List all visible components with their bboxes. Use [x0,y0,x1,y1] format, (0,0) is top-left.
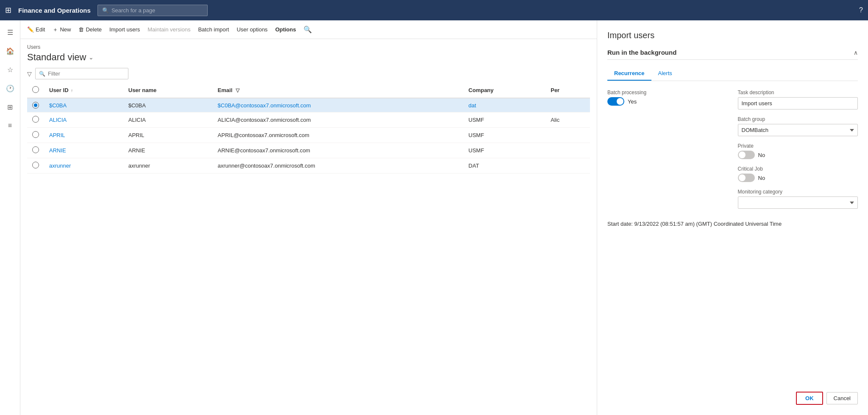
company-cell: USMF [463,128,545,143]
search-bar[interactable]: 🔍 Search for a page [97,5,208,16]
private-toggle[interactable] [738,151,755,159]
row-radio[interactable] [32,116,39,123]
row-radio[interactable] [32,131,39,138]
sidebar-list-icon[interactable]: ≡ [2,117,19,134]
sidebar-home-icon[interactable]: 🏠 [2,42,19,59]
critical-job-field: Critical Job No [738,166,858,182]
filter-input-container[interactable]: 🔍 [35,68,128,79]
email-cell: APRIL@contosoax7.onmicrosoft.com [213,128,464,143]
username-cell: $C0BA [123,98,213,112]
userid-cell[interactable]: ALICIA [44,112,123,128]
monitoring-category-label: Monitoring category [738,189,858,195]
userid-column-header[interactable]: User ID ↑ [44,83,123,98]
select-all-column[interactable] [27,83,44,98]
panel-footer: OK Cancel [796,392,858,405]
monitoring-category-select[interactable] [738,196,858,209]
page-content: Users Standard view ⌄ ▽ 🔍 [20,39,597,415]
userid-link[interactable]: APRIL [49,132,65,138]
batch-group-select[interactable]: DOMBatch [738,124,858,136]
sidebar-modules-icon[interactable]: ⊞ [2,98,19,115]
new-button[interactable]: ＋ New [49,23,74,36]
company-cell: DAT [463,158,545,174]
page-title: Standard view ⌄ [27,52,590,63]
batch-processing-label: Batch processing [607,90,728,95]
batch-import-button[interactable]: Batch import [195,24,232,35]
row-select-cell[interactable] [27,158,44,174]
batch-processing-toggle[interactable] [607,97,624,106]
table-row[interactable]: ARNIE ARNIE ARNIE@contosoax7.onmicrosoft… [27,143,590,158]
userid-cell[interactable]: $C0BA [44,98,123,112]
help-icon[interactable]: ? [859,6,863,14]
userid-cell[interactable]: axrunner [44,158,123,174]
toolbar-search-icon[interactable]: 🔍 [303,25,312,34]
username-cell: APRIL [123,128,213,143]
username-cell: ARNIE [123,143,213,158]
sidebar-menu-icon[interactable]: ☰ [2,24,19,41]
table-row[interactable]: axrunner axrunner axrunner@contosoax7.on… [27,158,590,174]
task-description-input[interactable] [738,97,858,109]
user-options-button[interactable]: User options [233,24,271,35]
userid-cell[interactable]: ARNIE [44,143,123,158]
userid-link[interactable]: ALICIA [49,117,67,123]
row-select-cell[interactable] [27,143,44,158]
app-grid-icon[interactable]: ⊞ [5,6,11,15]
userid-cell[interactable]: APRIL [44,128,123,143]
row-select-cell[interactable] [27,98,44,112]
import-users-button[interactable]: Import users [106,24,143,35]
userid-link[interactable]: ARNIE [49,147,66,154]
per-column-header[interactable]: Per [545,83,590,98]
row-radio[interactable] [32,162,39,168]
critical-job-toggle[interactable] [738,174,755,182]
company-cell: USMF [463,143,545,158]
email-cell: ALICIA@contosoax7.onmicrosoft.com [213,112,464,128]
userid-link[interactable]: axrunner [49,163,71,169]
username-column-header[interactable]: User name [123,83,213,98]
main-area: ☰ 🏠 ☆ 🕐 ⊞ ≡ ✏️ Edit ＋ New 🗑 Delete Impor… [0,20,868,415]
view-dropdown-icon[interactable]: ⌄ [89,54,94,61]
per-cell [545,98,590,112]
app-title: Finance and Operations [18,7,91,14]
email-column-header[interactable]: Email ▽ [213,83,464,98]
row-select-cell[interactable] [27,128,44,143]
critical-job-label: Critical Job [738,166,858,172]
cancel-button[interactable]: Cancel [826,392,858,404]
sidebar-recent-icon[interactable]: 🕐 [2,80,19,97]
select-all-radio[interactable] [32,86,39,93]
delete-button[interactable]: 🗑 Delete [75,24,105,35]
filter-input[interactable] [48,70,116,77]
company-column-header[interactable]: Company [463,83,545,98]
content-area: ✏️ Edit ＋ New 🗑 Delete Import users Main… [20,20,597,415]
critical-job-toggle-knob [739,174,746,181]
monitoring-category-field: Monitoring category [738,189,858,209]
email-filter-icon[interactable]: ▽ [236,87,239,93]
row-select-cell[interactable] [27,112,44,128]
new-icon: ＋ [53,26,58,34]
start-date-text: Start date: 9/13/2022 (08:51:57 am) (GMT… [607,221,858,227]
ok-button[interactable]: OK [796,392,823,405]
per-cell [545,143,590,158]
sidebar-favorites-icon[interactable]: ☆ [2,61,19,78]
row-radio[interactable] [32,146,39,153]
filter-icon[interactable]: ▽ [27,70,32,77]
tab-alerts[interactable]: Alerts [651,67,679,81]
email-cell: axrunner@contosoax7.onmicrosoft.com [213,158,464,174]
username-cell: ALICIA [123,112,213,128]
tab-recurrence[interactable]: Recurrence [607,67,651,81]
private-toggle-knob [739,151,746,158]
options-button[interactable]: Options [272,24,299,35]
maintain-versions-button[interactable]: Maintain versions [144,24,194,35]
monitoring-left [607,189,728,209]
collapse-icon[interactable]: ∧ [854,49,858,56]
batch-group-right-field: Batch group DOMBatch [738,116,858,136]
delete-icon: 🗑 [78,26,84,33]
per-cell [545,158,590,174]
table-row[interactable]: ALICIA ALICIA ALICIA@contosoax7.onmicros… [27,112,590,128]
edit-button[interactable]: ✏️ Edit [24,24,48,35]
table-row[interactable]: APRIL APRIL APRIL@contosoax7.onmicrosoft… [27,128,590,143]
batch-group-label: Batch group [738,116,858,122]
filter-search-icon: 🔍 [39,71,45,77]
userid-link[interactable]: $C0BA [49,102,67,109]
table-row[interactable]: $C0BA $C0BA $C0BA@contosoax7.onmicrosoft… [27,98,590,112]
company-cell: USMF [463,112,545,128]
row-radio[interactable] [32,102,39,109]
